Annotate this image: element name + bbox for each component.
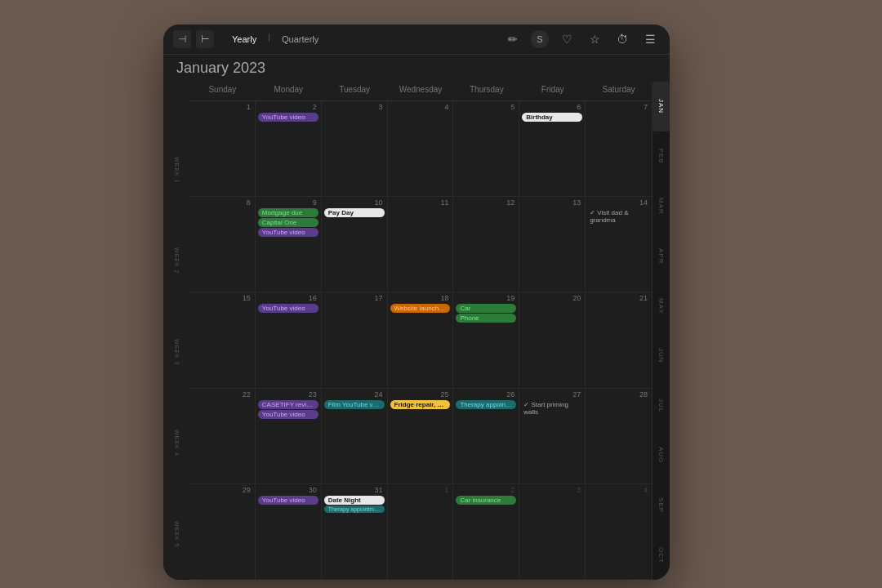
day-cell[interactable]: 3 (519, 484, 586, 579)
header-fri: Friday (519, 82, 586, 97)
day-cell[interactable]: 21 (586, 292, 652, 387)
event-youtube5[interactable]: YouTube video (258, 496, 318, 505)
day-cell[interactable]: 6 Birthday (519, 101, 586, 196)
event-website[interactable]: Website launch 🎉 (390, 304, 451, 313)
day-cell[interactable]: 17 (322, 292, 388, 387)
day-cell[interactable]: 27 ✓ Start priming walls (519, 389, 586, 483)
day-headers: Sunday Monday Tuesday Wednesday Thursday… (189, 82, 652, 101)
event-datenight[interactable]: Date Night (324, 496, 385, 505)
week-labels: WEEK 1 WEEK 2 WEEK 3 WEEK 4 WEEK 5 (163, 82, 189, 580)
month-mar[interactable]: MAR (653, 181, 670, 231)
clock-icon[interactable]: ⏱ (612, 29, 632, 49)
day-cell[interactable]: 1 (189, 101, 256, 196)
tab-divider: | (268, 32, 270, 47)
week-row-5: 29 30 YouTube video 31 Date Night Therap… (189, 484, 652, 580)
day-cell[interactable]: 13 (519, 197, 586, 292)
heart-icon[interactable]: ♡ (557, 29, 577, 49)
day-cell[interactable]: 24 Film YouTube videos & reels (322, 389, 388, 483)
day-cell[interactable]: 15 (189, 292, 256, 387)
day-cell[interactable]: 4 (586, 484, 652, 579)
star-icon[interactable]: ☆ (585, 29, 604, 49)
day-cell[interactable]: 23 CASETIFY review due YouTube video (256, 389, 322, 483)
event-phone[interactable]: Phone (456, 314, 516, 323)
calendar-wrapper: WEEK 1 WEEK 2 WEEK 3 WEEK 4 WEEK 5 Sunda… (163, 82, 670, 580)
day-cell[interactable]: 7 (586, 101, 652, 196)
month-may[interactable]: MAY (653, 281, 670, 331)
dollar-icon[interactable]: S (531, 30, 549, 48)
month-header: January 2023 (163, 55, 670, 82)
week-row-3: 15 16 YouTube video 17 18 Website launch… (189, 292, 652, 388)
event-mortgage[interactable]: Mortgage due (258, 208, 318, 217)
event-youtube4[interactable]: YouTube video (258, 410, 318, 419)
day-cell[interactable]: 9 Mortgage due Capital One YouTube video (256, 197, 322, 292)
day-cell[interactable]: 28 (586, 389, 652, 483)
month-side-nav: JAN FEB MAR APR MAY JUN JUL AUG SEP OCT (652, 82, 670, 580)
header-mon: Monday (256, 82, 322, 97)
week-label-5: WEEK 5 (163, 488, 189, 580)
day-cell[interactable]: 11 (388, 197, 454, 292)
month-title: January (176, 60, 229, 76)
day-cell[interactable]: 29 (189, 484, 256, 579)
view-tabs: Yearly | Quarterly (224, 32, 327, 47)
event-casetify[interactable]: CASETIFY review due (258, 400, 318, 409)
event-visit: ✓ Visit dad & grandma (588, 208, 649, 225)
toolbar-right: ✏ S ♡ ☆ ⏱ ☰ (503, 29, 660, 49)
event-birthday[interactable]: Birthday (522, 113, 582, 122)
week-label-1: WEEK 1 (163, 124, 189, 216)
day-cell[interactable]: 1 (388, 484, 454, 579)
nav-sidebar-icon[interactable]: ⊢ (196, 30, 214, 48)
day-cell[interactable]: 22 (189, 389, 256, 483)
event-carins[interactable]: Car insurance (456, 496, 516, 505)
month-jan[interactable]: JAN (653, 82, 670, 131)
day-cell[interactable]: 30 YouTube video (256, 484, 322, 579)
month-oct[interactable]: OCT (653, 530, 670, 580)
event-film[interactable]: Film YouTube videos & reels (324, 400, 385, 409)
day-cell[interactable]: 20 (519, 292, 586, 387)
month-sep[interactable]: SEP (653, 480, 670, 530)
menu-icon[interactable]: ☰ (640, 29, 660, 49)
day-cell[interactable]: 25 Fridge repair, 8 am – 12 pm (388, 389, 454, 483)
month-aug[interactable]: AUG (653, 430, 670, 480)
week-label-3: WEEK 3 (163, 306, 189, 398)
calendar-grid: 1 2 YouTube video 3 4 5 6 Birthday 7 (189, 101, 652, 580)
day-cell[interactable]: 19 Car Phone (453, 292, 519, 387)
month-apr[interactable]: APR (653, 231, 670, 281)
event-therapy2[interactable]: Therapy appointment, 12:15 pm (324, 506, 385, 513)
nav-icons: ⊣ ⊢ (173, 30, 214, 48)
event-youtube[interactable]: YouTube video (258, 113, 318, 122)
event-car[interactable]: Car (456, 304, 516, 313)
event-payday[interactable]: Pay Day (324, 208, 385, 217)
tab-yearly[interactable]: Yearly (224, 32, 265, 47)
event-therapy1[interactable]: Therapy appointment, 12:15 pm (456, 400, 516, 409)
app-container: ⊣ ⊢ Yearly | Quarterly ✏ S ♡ ☆ ⏱ ☰ Janua… (163, 24, 670, 580)
year-title: 2023 (233, 60, 265, 76)
month-jun[interactable]: JUN (653, 331, 670, 381)
day-cell[interactable]: 8 (189, 197, 256, 292)
day-cell[interactable]: 3 (322, 101, 388, 196)
day-cell[interactable]: 16 YouTube video (256, 292, 322, 387)
week-row-4: 22 23 CASETIFY review due YouTube video … (189, 389, 652, 484)
month-feb[interactable]: FEB (653, 131, 670, 181)
day-cell[interactable]: 4 (388, 101, 454, 196)
day-cell[interactable]: 5 (453, 101, 519, 196)
pen-icon[interactable]: ✏ (503, 29, 523, 49)
day-cell[interactable]: 12 (453, 197, 519, 292)
tab-quarterly[interactable]: Quarterly (274, 32, 327, 47)
day-cell[interactable]: 2 Car insurance (453, 484, 519, 579)
event-youtube2[interactable]: YouTube video (258, 228, 318, 237)
day-cell[interactable]: 18 Website launch 🎉 (388, 292, 454, 387)
event-fridge[interactable]: Fridge repair, 8 am – 12 pm (390, 400, 451, 409)
day-cell[interactable]: 10 Pay Day (322, 197, 388, 292)
month-jul[interactable]: JUL (653, 381, 670, 430)
day-cell[interactable]: 31 Date Night Therapy appointment, 12:15… (322, 484, 388, 579)
day-cell[interactable]: 14 ✓ Visit dad & grandma (586, 197, 652, 292)
week-label-2: WEEK 2 (163, 216, 189, 307)
header-thu: Thursday (453, 82, 519, 97)
event-youtube3[interactable]: YouTube video (258, 304, 318, 313)
day-cell[interactable]: 2 YouTube video (256, 101, 322, 196)
event-capital[interactable]: Capital One (258, 218, 318, 227)
header-tue: Tuesday (322, 82, 388, 97)
nav-back-icon[interactable]: ⊣ (173, 30, 191, 48)
day-cell[interactable]: 26 Therapy appointment, 12:15 pm (453, 389, 519, 483)
header-wed: Wednesday (388, 82, 454, 97)
